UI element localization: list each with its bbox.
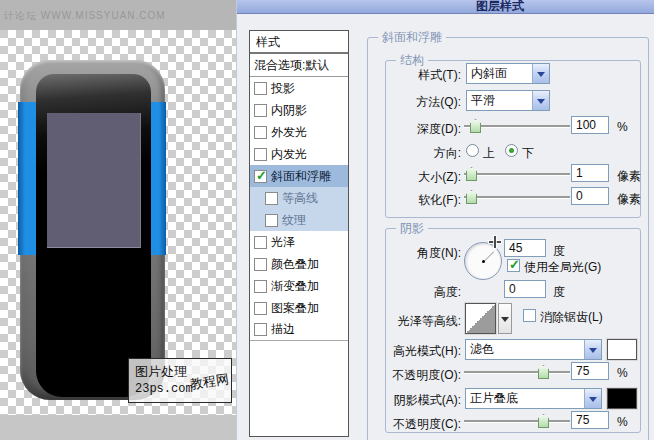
shadow-mode-dropdown[interactable]: 正片叠底 [465,388,602,409]
screenshot-root: 计论坛 WWW.MISSYUAN.COM 图片处理 23ps.com 教程网 图… [0,0,654,440]
styles-item-gradient-overlay[interactable]: 渐变叠加 [250,275,348,297]
site-watermark-text: 计论坛 WWW.MISSYUAN.COM [4,9,166,23]
direction-label: 方向: [377,145,461,162]
highlight-opacity-thumb[interactable] [538,365,549,379]
phone-screen [47,113,141,248]
dialog-title-bar[interactable]: 图层样式 [237,0,654,14]
direction-up-radio[interactable] [466,144,479,157]
slider-groove [464,173,570,175]
use-global-light-checkbox[interactable] [507,259,520,272]
checkbox-pattern-overlay[interactable] [254,302,267,315]
gloss-contour-arrow-button[interactable] [498,303,512,334]
style-dropdown[interactable]: 内斜面 [466,63,550,84]
shadow-mode-label: 阴影模式(A): [367,392,461,409]
styles-item-label: 内发光 [271,146,307,163]
use-global-light-label[interactable]: 使用全局光(G) [524,259,601,276]
watermark-line1: 图片处理 [135,363,187,381]
styles-item-label: 内阴影 [271,102,307,119]
technique-dropdown[interactable]: 平滑 [466,90,550,111]
checkbox-inner-glow[interactable] [254,148,267,161]
highlight-opacity-slider[interactable] [464,364,570,380]
depth-label: 深度(D): [377,121,461,138]
soften-input[interactable] [571,187,609,205]
highlight-color-swatch[interactable] [607,339,637,360]
size-unit: 像素 [617,168,641,185]
gloss-contour-label: 光泽等高线: [361,313,461,330]
direction-down-label[interactable]: 下 [522,145,534,162]
phone-screen-bezel [36,74,151,397]
anti-alias-checkbox[interactable] [523,309,536,322]
canvas-bottom-bar [0,415,238,440]
dialog-title: 图层样式 [476,0,524,13]
styles-item-color-overlay[interactable]: 颜色叠加 [250,253,348,275]
soften-slider[interactable] [464,189,570,205]
direction-down-radio[interactable] [505,144,518,157]
shadow-opacity-slider[interactable] [464,413,570,429]
shadow-mode-value: 正片叠底 [466,389,584,408]
chevron-down-icon[interactable] [584,340,601,359]
styles-item-pattern-overlay[interactable]: 图案叠加 [250,297,348,319]
checkbox-contour[interactable] [265,192,278,205]
size-slider-thumb[interactable] [466,167,477,181]
checkbox-texture[interactable] [265,214,278,227]
angle-dial-line [484,251,495,262]
styles-list: 样式 混合选项:默认 投影 内阴影 外发光 内发光 斜面和浮雕 [249,30,349,437]
shadow-opacity-input[interactable] [571,411,609,429]
styles-item-label: 渐变叠加 [271,278,319,295]
soften-slider-thumb[interactable] [466,190,477,204]
styles-item-texture[interactable]: 纹理 [250,209,348,231]
size-input[interactable] [571,164,609,182]
depth-input[interactable] [571,116,609,134]
angle-label: 角度(N): [377,245,461,262]
checkbox-gradient-overlay[interactable] [254,280,267,293]
structure-group-label: 结构 [396,54,428,66]
checkbox-inner-shadow[interactable] [254,104,267,117]
styles-item-blending-options[interactable]: 混合选项:默认 [250,54,348,77]
highlight-opacity-unit: % [617,366,628,380]
direction-up-label[interactable]: 上 [483,145,495,162]
depth-slider-thumb[interactable] [470,119,481,133]
slider-groove [464,371,570,373]
size-slider[interactable] [464,166,570,182]
style-dropdown-value: 内斜面 [467,64,532,83]
highlight-mode-dropdown[interactable]: 滤色 [465,339,602,360]
size-label: 大小(Z): [377,169,461,186]
styles-item-outer-glow[interactable]: 外发光 [250,121,348,143]
shadow-color-swatch[interactable] [607,388,637,409]
chevron-down-icon[interactable] [532,64,549,83]
checkbox-color-overlay[interactable] [254,258,267,271]
slider-groove [464,420,570,422]
styles-item-label: 纹理 [282,212,306,229]
phone-artwork-body [20,60,165,400]
highlight-opacity-label: 不透明度(O): [367,367,461,384]
watermark-line2: 23ps.com [135,382,193,396]
checkbox-outer-glow[interactable] [254,126,267,139]
styles-item-inner-glow[interactable]: 内发光 [250,143,348,165]
soften-unit: 像素 [617,191,641,208]
shadow-opacity-thumb[interactable] [538,414,549,428]
checkbox-satin[interactable] [254,236,267,249]
checkbox-bevel-emboss[interactable] [254,170,267,183]
checkbox-drop-shadow[interactable] [254,82,267,95]
depth-slider[interactable] [464,118,570,134]
altitude-input[interactable] [504,280,546,298]
highlight-mode-value: 滤色 [466,340,584,359]
layer-style-dialog: 图层样式 样式 混合选项:默认 投影 内阴影 外发光 内发光 [236,0,654,440]
styles-item-label: 图案叠加 [271,300,319,317]
anti-alias-label[interactable]: 消除锯齿(L) [540,309,603,326]
styles-item-drop-shadow[interactable]: 投影 [250,77,348,99]
styles-item-bevel-emboss[interactable]: 斜面和浮雕 [250,165,348,187]
chevron-down-icon[interactable] [532,91,549,110]
checkbox-stroke[interactable] [254,323,267,336]
angle-unit: 度 [553,243,565,260]
highlight-opacity-input[interactable] [571,362,609,380]
chevron-down-icon[interactable] [584,389,601,408]
styles-item-satin[interactable]: 光泽 [250,231,348,253]
angle-input[interactable] [504,239,546,257]
styles-item-stroke[interactable]: 描边 [250,319,348,341]
gloss-contour-thumbnail[interactable] [465,303,496,334]
styles-item-contour[interactable]: 等高线 [250,187,348,209]
styles-item-label: 投影 [271,80,295,97]
canvas-top-bar: 计论坛 WWW.MISSYUAN.COM [0,0,238,30]
styles-item-inner-shadow[interactable]: 内阴影 [250,99,348,121]
